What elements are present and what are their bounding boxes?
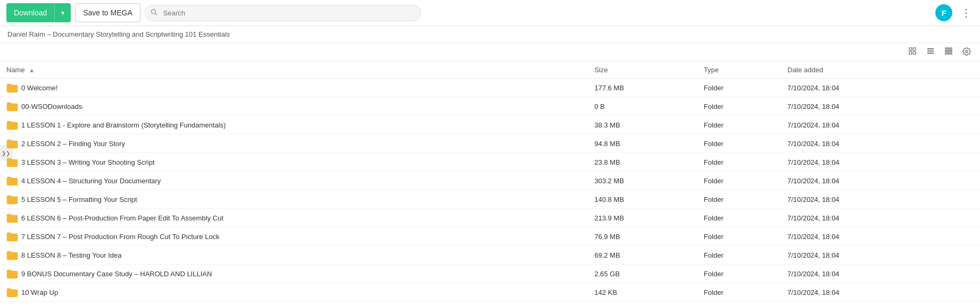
file-type: Folder [697, 209, 781, 227]
file-date: 7/10/2024, 18:04 [781, 116, 948, 134]
toolbar-right: F ⋮ [935, 4, 974, 21]
file-type: Folder [697, 79, 781, 97]
breadcrumb: Daniel Raim – Documentary Storytelling a… [0, 26, 980, 43]
file-type: Folder [697, 283, 781, 302]
table-row[interactable]: 3 LESSON 3 – Writing Your Shooting Scrip… [0, 153, 980, 172]
file-type: Folder [697, 172, 781, 190]
svg-rect-5 [913, 52, 916, 54]
folder-icon [6, 214, 17, 222]
file-date: 7/10/2024, 18:04 [781, 265, 948, 283]
file-name: 6 LESSON 6 – Post-Production From Paper … [21, 214, 223, 222]
file-name: 0 Welcome! [21, 84, 57, 92]
main-menu-button[interactable]: ⋮ [959, 4, 974, 21]
file-actions: ••• [948, 227, 980, 246]
file-type: Folder [697, 227, 781, 246]
file-size: 69.2 MB [588, 246, 697, 265]
column-header-size[interactable]: Size [588, 62, 697, 79]
file-name-cell: 2 LESSON 2 – Finding Your Story [0, 134, 588, 153]
file-date: 7/10/2024, 18:04 [781, 283, 948, 302]
file-size: 142 KB [588, 283, 697, 302]
svg-rect-16 [948, 53, 950, 54]
download-button[interactable]: Download ▼ [6, 3, 71, 22]
file-name: 8 LESSON 8 – Testing Your Idea [21, 251, 121, 259]
file-actions: ••• [948, 153, 980, 172]
column-header-type[interactable]: Type [697, 62, 781, 79]
file-actions: ••• [948, 265, 980, 283]
table-row[interactable]: 8 LESSON 8 – Testing Your Idea 69.2 MB F… [0, 246, 980, 265]
folder-icon [6, 176, 17, 185]
thumbnail-view-button[interactable] [906, 45, 919, 59]
table-row[interactable]: 4 LESSON 4 – Structuring Your Documentar… [0, 172, 980, 190]
svg-rect-10 [948, 48, 950, 49]
table-row[interactable]: 9 BONUS Documentary Case Study – HAROLD … [0, 265, 980, 283]
file-type: Folder [697, 134, 781, 153]
file-name-cell: 7 LESSON 7 – Post Production From Rough … [0, 227, 588, 246]
file-name: 9 BONUS Documentary Case Study – HAROLD … [21, 270, 212, 278]
file-type: Folder [697, 190, 781, 209]
avatar[interactable]: F [935, 4, 952, 21]
settings-button[interactable] [960, 46, 974, 59]
svg-rect-4 [909, 52, 912, 54]
folder-icon [6, 139, 17, 148]
table-row[interactable]: 1 LESSON 1 - Explore and Brainstorm (Sto… [0, 116, 980, 134]
search-input[interactable] [145, 5, 421, 21]
file-size: 0 B [588, 97, 697, 116]
file-name-cell: 10 Wrap Up [0, 283, 588, 302]
file-actions: ••• [948, 209, 980, 227]
table-header-row: Name ▲ Size Type Date added [0, 62, 980, 79]
folder-icon [6, 121, 17, 129]
column-header-date[interactable]: Date added [781, 62, 948, 79]
file-name: 1 LESSON 1 - Explore and Brainstorm (Sto… [21, 121, 226, 129]
file-name-cell: 8 LESSON 8 – Testing Your Idea [0, 246, 588, 265]
folder-icon [6, 102, 17, 110]
download-label: Download [6, 3, 54, 22]
table-row[interactable]: 5 LESSON 5 – Formatting Your Script 140.… [0, 190, 980, 209]
file-name-cell: 5 LESSON 5 – Formatting Your Script [0, 190, 588, 209]
file-table: Name ▲ Size Type Date added 0 Welcome! 1… [0, 62, 980, 302]
file-date: 7/10/2024, 18:04 [781, 209, 948, 227]
save-to-mega-button[interactable]: Save to MEGA [75, 3, 140, 22]
file-size: 94.8 MB [588, 134, 697, 153]
file-name-cell: 00-WSODownloads· [0, 97, 588, 116]
table-row[interactable]: 0 Welcome! 177.6 MB Folder 7/10/2024, 18… [0, 79, 980, 97]
file-name-cell: 1 LESSON 1 - Explore and Brainstorm (Sto… [0, 116, 588, 134]
table-row[interactable]: 7 LESSON 7 – Post Production From Rough … [0, 227, 980, 246]
grid-view-button[interactable] [942, 45, 956, 59]
file-actions: ••• [948, 246, 980, 265]
file-actions: ••• [948, 134, 980, 153]
file-type: Folder [697, 97, 781, 116]
table-row[interactable]: 00-WSODownloads· 0 B Folder 7/10/2024, 1… [0, 97, 980, 116]
file-actions: ••• [948, 283, 980, 302]
folder-icon [6, 232, 17, 241]
file-actions: ••• [948, 97, 980, 116]
file-name-cell: 9 BONUS Documentary Case Study – HAROLD … [0, 265, 588, 283]
file-size: 2.65 GB [588, 265, 697, 283]
file-date: 7/10/2024, 18:04 [781, 172, 948, 190]
svg-rect-14 [950, 50, 952, 52]
file-size: 213.9 MB [588, 209, 697, 227]
sort-arrow-icon: ▲ [29, 67, 35, 73]
search-container [145, 5, 421, 21]
svg-point-18 [966, 50, 968, 53]
svg-point-0 [151, 10, 155, 14]
file-date: 7/10/2024, 18:04 [781, 79, 948, 97]
svg-rect-3 [913, 48, 916, 50]
toolbar: Download ▼ Save to MEGA F ⋮ [0, 0, 980, 26]
search-icon [150, 8, 157, 18]
view-controls [0, 43, 980, 62]
list-view-button[interactable] [924, 45, 937, 59]
column-header-name[interactable]: Name ▲ [0, 62, 588, 79]
table-row[interactable]: 2 LESSON 2 – Finding Your Story 94.8 MB … [0, 134, 980, 153]
download-arrow-icon[interactable]: ▼ [54, 3, 71, 22]
file-actions: ••• [948, 116, 980, 134]
folder-icon [6, 158, 17, 166]
file-size: 140.8 MB [588, 190, 697, 209]
table-row[interactable]: 6 LESSON 6 – Post-Production From Paper … [0, 209, 980, 227]
table-row[interactable]: 10 Wrap Up 142 KB Folder 7/10/2024, 18:0… [0, 283, 980, 302]
file-name-cell: 3 LESSON 3 – Writing Your Shooting Scrip… [0, 153, 588, 172]
svg-rect-12 [945, 50, 947, 52]
file-name: 4 LESSON 4 – Structuring Your Documentar… [21, 177, 161, 185]
folder-icon [6, 251, 17, 259]
file-name: 3 LESSON 3 – Writing Your Shooting Scrip… [21, 158, 155, 166]
file-type: Folder [697, 116, 781, 134]
